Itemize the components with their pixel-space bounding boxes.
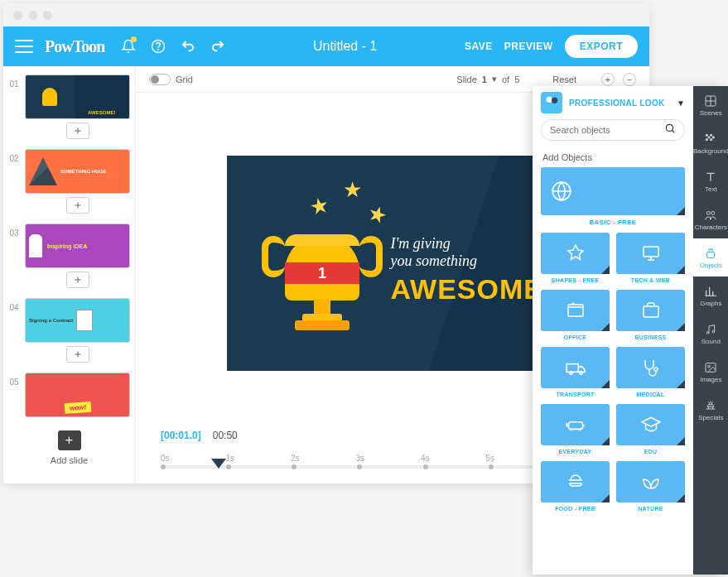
slide-thumb-1[interactable]: AWESOME!	[25, 75, 130, 119]
rail-scenes[interactable]: Scenes	[693, 86, 728, 124]
svg-point-27	[708, 365, 711, 368]
svg-rect-7	[568, 305, 583, 316]
svg-point-10	[569, 372, 571, 374]
insert-slide-icon[interactable]	[66, 346, 89, 363]
slide-number: 01	[8, 79, 20, 89]
objects-grid: BASIC - FREE SHAPES - FREETECH & WEB OFF…	[533, 167, 693, 575]
topbar: PowToon Untitled - 1 SAVE PREVIEW EXPORT	[3, 26, 649, 66]
star-icon: ★	[343, 177, 362, 203]
svg-point-3	[552, 98, 557, 103]
slide-thumb-3[interactable]: Inspiring IDEA	[25, 224, 130, 268]
rail-background[interactable]: Background	[693, 124, 728, 162]
category-edu[interactable]	[616, 404, 685, 445]
export-button[interactable]: EXPORT	[565, 35, 638, 58]
save-link[interactable]: SAVE	[465, 41, 493, 52]
slide-thumb-4[interactable]: Signing a Contract	[25, 298, 130, 343]
rail-images[interactable]: Images	[693, 353, 728, 391]
preview-link[interactable]: PREVIEW	[504, 41, 553, 52]
svg-rect-20	[711, 138, 713, 141]
panel-header: PROFESSIONAL LOOK ▼	[533, 86, 693, 119]
topbar-icons	[121, 39, 225, 54]
chevron-down-icon[interactable]: ▾	[492, 74, 497, 84]
add-slide: + Add slide	[8, 430, 130, 465]
svg-point-22	[711, 211, 715, 214]
redo-icon[interactable]	[210, 39, 225, 54]
insert-slide-icon[interactable]	[66, 272, 89, 288]
svg-rect-23	[707, 252, 715, 257]
timeline-duration: 00:50	[213, 430, 238, 441]
category-basic[interactable]	[541, 167, 685, 215]
category-transport[interactable]	[541, 347, 610, 388]
logo: PowToon	[45, 37, 104, 56]
category-business[interactable]	[616, 290, 685, 331]
star-icon: ★	[364, 200, 390, 230]
menu-icon[interactable]	[15, 40, 33, 53]
slide-thumb-5[interactable]: wow!	[25, 373, 130, 417]
slide-number: 05	[8, 377, 20, 387]
document-title[interactable]: Untitled - 1	[225, 39, 465, 54]
search-box	[541, 119, 685, 141]
zoom-in-icon[interactable]: +	[601, 73, 615, 86]
rail-graphs[interactable]: Graphs	[693, 276, 728, 315]
notifications-icon[interactable]	[121, 39, 136, 54]
slides-panel: 01 AWESOME! 02 SOMETHING HUGE 03	[3, 66, 136, 483]
chevron-down-icon[interactable]: ▼	[677, 99, 685, 108]
svg-rect-19	[706, 138, 708, 141]
slide-indicator: Slide 1 ▾ of 5	[456, 74, 519, 84]
svg-point-12	[654, 368, 658, 371]
grid-toggle[interactable]	[149, 74, 171, 85]
slide-number: 02	[8, 154, 20, 163]
trophy-graphic[interactable]: 1	[285, 234, 359, 301]
rail-text[interactable]: Text	[693, 162, 728, 200]
reset-button[interactable]: Reset	[552, 75, 576, 84]
section-title: Add Objects	[533, 147, 693, 167]
category-shapes[interactable]	[541, 233, 610, 274]
svg-point-24	[707, 331, 710, 334]
svg-rect-15	[706, 134, 708, 137]
search-input[interactable]	[550, 125, 664, 135]
canvas-stage[interactable]: ★ ★ ★ 1 I'm giv	[227, 156, 558, 371]
undo-icon[interactable]	[181, 39, 195, 54]
zoom-out-icon[interactable]: −	[623, 73, 636, 86]
add-slide-button[interactable]: +	[58, 430, 81, 450]
window-dot-close[interactable]	[13, 11, 22, 20]
svg-point-4	[666, 124, 673, 131]
objects-panel: PROFESSIONAL LOOK ▼ Add Objects BASIC - …	[533, 86, 723, 575]
add-slide-label: Add slide	[8, 455, 130, 465]
category-tech[interactable]	[616, 233, 685, 274]
help-icon[interactable]	[151, 39, 166, 54]
insert-slide-icon[interactable]	[66, 197, 89, 214]
category-everyday[interactable]	[541, 404, 610, 445]
svg-rect-17	[708, 136, 711, 138]
category-nature[interactable]	[616, 461, 685, 502]
svg-rect-13	[568, 422, 582, 430]
svg-point-25	[712, 330, 715, 333]
svg-rect-6	[644, 247, 658, 257]
insert-slide-icon[interactable]	[66, 123, 89, 139]
category-medical[interactable]	[616, 347, 685, 388]
slide-text[interactable]: I'm giving you something AWESOME	[390, 235, 543, 305]
window-dot-max[interactable]	[43, 11, 52, 20]
svg-point-21	[707, 211, 711, 214]
svg-rect-26	[706, 363, 716, 372]
rail-sound[interactable]: Sound	[693, 315, 728, 353]
look-label[interactable]: PROFESSIONAL LOOK	[569, 99, 670, 108]
window-titlebar	[3, 3, 649, 26]
svg-rect-9	[566, 364, 578, 373]
slide-current[interactable]: 1	[482, 75, 487, 84]
star-icon: ★	[307, 192, 331, 221]
slide-thumb-2[interactable]: SOMETHING HUGE	[25, 149, 130, 194]
category-office[interactable]	[541, 290, 610, 331]
window-dot-min[interactable]	[28, 11, 37, 20]
rail-objects[interactable]: Objects	[693, 238, 728, 276]
look-avatar-icon[interactable]	[541, 92, 562, 113]
grid-label: Grid	[176, 75, 193, 84]
category-food[interactable]	[541, 461, 610, 502]
slide-number: 03	[8, 228, 20, 238]
category-rail: Scenes Background Text Characters Object…	[693, 86, 728, 575]
rail-specials[interactable]: Specials	[693, 391, 728, 429]
search-icon[interactable]	[664, 123, 676, 137]
rail-characters[interactable]: Characters	[693, 200, 728, 238]
svg-point-1	[158, 49, 159, 50]
timeline-playhead[interactable]	[211, 459, 226, 469]
